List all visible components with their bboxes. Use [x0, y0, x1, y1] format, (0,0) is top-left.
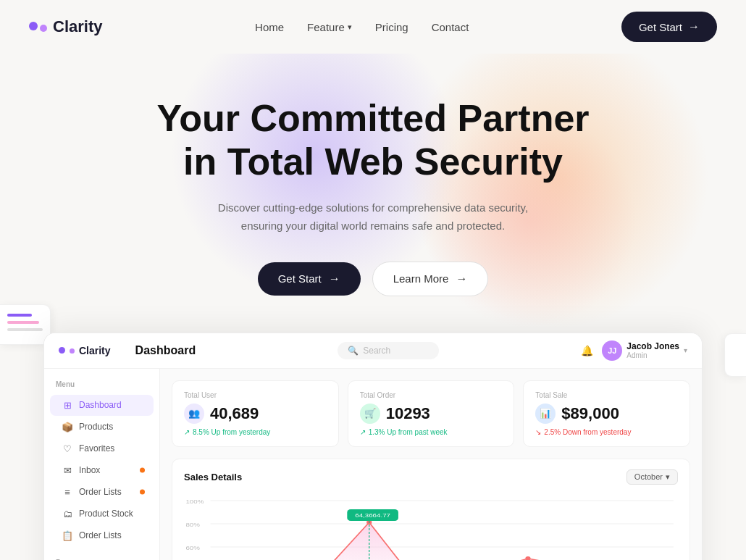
dash-logo-dot1	[59, 347, 65, 354]
avatar-area[interactable]: JJ Jacob Jones Admin ▾	[602, 340, 687, 361]
order-lists2-icon: 📋	[62, 530, 73, 541]
dashboard-wrapper: Clarity Dashboard 🔍 Search 🔔 JJ Jacob Jo…	[43, 333, 703, 560]
avatar: JJ	[602, 340, 622, 361]
stat-icon-sale: 📊	[535, 404, 556, 424]
svg-text:100%: 100%	[185, 498, 204, 504]
stat-trend-total-order: ↗ 1.3% Up from past week	[360, 428, 503, 436]
logo-area: Clarity	[29, 17, 102, 36]
user-name: Jacob Jones	[626, 341, 679, 351]
side-panel-right	[724, 333, 746, 377]
hero-section: Your Committed Partner in Total Web Secu…	[0, 54, 746, 333]
trend-up-icon2: ↗	[360, 428, 366, 436]
dash-logo-text: Clarity	[79, 345, 111, 356]
svg-point-18	[525, 556, 530, 560]
trend-down-icon: ↘	[535, 428, 541, 436]
hero-learn-more-button[interactable]: Learn More →	[372, 262, 489, 296]
dash-logo-dot2	[70, 348, 75, 354]
navbar: Clarity Home Feature ▾ Pricing Contact G…	[0, 0, 746, 54]
logo-dot1	[29, 22, 38, 30]
logo-icon	[29, 22, 47, 32]
dashboard-body: Menu ⊞ Dashboard 📦 Products ♡ Favorites	[44, 369, 702, 560]
sales-chart: 100% 80% 60% 40% 20%	[184, 493, 678, 560]
sidebar-item-dashboard[interactable]: ⊞ Dashboard	[50, 395, 154, 416]
dashboard-card: Clarity Dashboard 🔍 Search 🔔 JJ Jacob Jo…	[43, 333, 703, 560]
order-lists-icon: ≡	[62, 487, 73, 498]
bell-icon[interactable]: 🔔	[581, 345, 593, 356]
nav-contact[interactable]: Contact	[432, 21, 469, 33]
stat-value-row-total-order: 🛒 10293	[360, 404, 503, 424]
hero-buttons: Get Start → Learn More →	[29, 262, 717, 296]
products-icon: 📦	[62, 422, 73, 432]
logo-dot2	[40, 25, 47, 32]
nav-links: Home Feature ▾ Pricing Contact	[255, 21, 469, 33]
sidebar-item-order-lists2[interactable]: 📋 Order Lists	[50, 525, 154, 546]
stat-label-total-sale: Total Sale	[535, 391, 678, 399]
mini-bar-gray	[7, 328, 43, 331]
nav-home[interactable]: Home	[255, 21, 284, 33]
avatar-chevron-icon: ▾	[684, 346, 687, 354]
stat-number-total-order: 10293	[386, 404, 430, 423]
stat-icon-user: 👥	[184, 404, 204, 424]
nav-feature[interactable]: Feature ▾	[307, 21, 352, 33]
hero-get-start-button[interactable]: Get Start →	[258, 262, 361, 296]
dashboard-right: 🔔 JJ Jacob Jones Admin ▾	[581, 340, 687, 361]
stat-number-total-sale: $89,000	[561, 404, 619, 423]
nav-pricing[interactable]: Pricing	[375, 21, 408, 33]
stat-trend-total-sale: ↘ 2.5% Down from yesterday	[535, 428, 678, 436]
search-icon: 🔍	[348, 346, 359, 356]
stats-row: Total User 👥 40,689 ↗ 8.5% Up from yeste…	[172, 380, 690, 447]
svg-text:60%: 60%	[185, 544, 200, 551]
hero-subtitle: Discover cutting-edge solutions for comp…	[210, 198, 536, 235]
stat-card-total-sale: Total Sale 📊 $89,000 ↘ 2.5% Down from ye…	[523, 380, 690, 447]
mini-bar-purple	[7, 314, 32, 317]
sidebar-item-products[interactable]: 📦 Products	[50, 417, 154, 438]
stat-value-row-total-user: 👥 40,689	[184, 404, 327, 424]
stat-label-total-user: Total User	[184, 391, 327, 399]
chart-filter-dropdown[interactable]: October ▾	[626, 469, 678, 485]
navbar-get-start-button[interactable]: Get Start →	[621, 12, 717, 42]
hero-secondary-arrow-icon: →	[456, 272, 467, 285]
stat-trend-total-user: ↗ 8.5% Up from yesterday	[184, 428, 327, 436]
product-stock-icon: 🗂	[62, 509, 73, 519]
chart-area: 100% 80% 60% 40% 20%	[184, 493, 678, 560]
chart-section: Sales Details October ▾	[172, 459, 690, 560]
inbox-icon: ✉	[62, 465, 73, 476]
stat-card-total-user: Total User 👥 40,689 ↗ 8.5% Up from yeste…	[172, 380, 339, 447]
stat-value-row-total-sale: 📊 $89,000	[535, 404, 678, 424]
sidebar-item-order-lists[interactable]: ≡ Order Lists	[50, 482, 154, 503]
dash-logo-area: Clarity	[59, 345, 111, 356]
stat-card-total-order: Total Order 🛒 10293 ↗ 1.3% Up from past …	[348, 380, 515, 447]
trend-up-icon: ↗	[184, 428, 190, 436]
inbox-badge	[140, 468, 145, 473]
mini-bar-pink	[7, 321, 39, 324]
dashboard-sidebar: Menu ⊞ Dashboard 📦 Products ♡ Favorites	[44, 369, 160, 560]
navbar-cta-arrow-icon: →	[688, 20, 700, 33]
stat-label-total-order: Total Order	[360, 391, 503, 399]
favorites-icon: ♡	[62, 443, 73, 454]
chart-title: Sales Details	[184, 472, 242, 482]
order-lists-badge	[140, 490, 145, 495]
sidebar-item-product-stock[interactable]: 🗂 Product Stock	[50, 503, 154, 525]
svg-text:80%: 80%	[185, 521, 200, 527]
feature-chevron-icon: ▾	[348, 22, 352, 32]
search-bar[interactable]: 🔍 Search	[338, 342, 439, 359]
hero-primary-arrow-icon: →	[329, 272, 340, 285]
hero-title: Your Committed Partner in Total Web Secu…	[120, 97, 626, 184]
user-role: Admin	[626, 351, 679, 359]
sidebar-menu-label: Menu	[44, 380, 159, 394]
dashboard-title: Dashboard	[135, 344, 196, 357]
stat-icon-order: 🛒	[360, 404, 380, 424]
logo-text: Clarity	[53, 17, 102, 36]
svg-text:64,3664.77: 64,3664.77	[355, 511, 390, 518]
dashboard-topbar: Clarity Dashboard 🔍 Search 🔔 JJ Jacob Jo…	[44, 333, 702, 369]
sidebar-item-inbox[interactable]: ✉ Inbox	[50, 460, 154, 481]
sidebar-item-favorites[interactable]: ♡ Favorites	[50, 438, 154, 459]
dashboard-main: Total User 👥 40,689 ↗ 8.5% Up from yeste…	[160, 369, 702, 560]
search-placeholder: Search	[363, 346, 390, 356]
filter-chevron-icon: ▾	[666, 472, 670, 482]
chart-header: Sales Details October ▾	[184, 469, 678, 485]
dashboard-icon: ⊞	[62, 400, 73, 411]
stat-number-total-user: 40,689	[210, 404, 259, 423]
